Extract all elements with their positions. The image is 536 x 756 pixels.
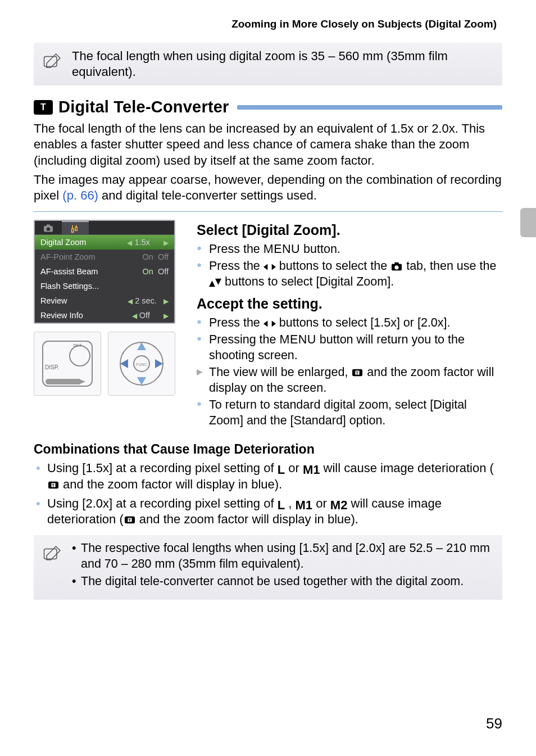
menu-label: AF-assist Beam: [40, 267, 98, 276]
combinations-list: Using [1.5x] at a recording pixel settin…: [34, 460, 502, 527]
menu-row-flash: Flash Settings...: [35, 279, 174, 293]
menu-button-label: MENU: [264, 242, 300, 256]
right-arrow-icon: ▶: [163, 297, 169, 305]
intro-paragraph-1: The focal length of the lens can be incr…: [34, 121, 502, 168]
section-title: Digital Tele-Converter: [58, 98, 229, 116]
camera-back-diagram: DISP. SET: [34, 332, 101, 396]
camera-tab-icon: [390, 261, 403, 271]
pencil-note-icon: [42, 51, 64, 73]
svg-marker-17: [271, 264, 275, 270]
step-1-title: Select [Digital Zoom].: [197, 222, 340, 238]
document-page: Zooming in More Closely on Subjects (Dig…: [0, 0, 536, 756]
menu-value: Off: [139, 311, 150, 320]
menu-tab-camera: [35, 221, 62, 234]
menu-row-digital-zoom: Digital Zoom ◀ 1.5x ▶: [35, 235, 174, 250]
menu-button-label: MENU: [279, 333, 316, 346]
svg-marker-16: [264, 264, 267, 270]
left-column: Digital Zoom ◀ 1.5x ▶ AF-Point Zoom On O…: [34, 220, 182, 434]
section-heading: T Digital Tele-Converter: [34, 98, 502, 116]
text: or: [312, 496, 330, 510]
text: ,: [285, 496, 295, 510]
svg-text:T: T: [356, 370, 359, 375]
dpad-diagram: FUNC.: [108, 332, 175, 396]
note-box: The focal length when using digital zoom…: [34, 43, 502, 85]
text: tab, then use the: [403, 259, 496, 273]
left-arrow-icon: ◀: [127, 239, 132, 247]
text: Press the: [209, 242, 264, 256]
diagram-row: DISP. SET FUNC.: [34, 332, 182, 396]
page-reference-link[interactable]: (p. 66): [62, 188, 98, 202]
step-1-bullets: Press the MENU button. Press the buttons…: [197, 242, 502, 290]
svg-text:FUNC.: FUNC.: [136, 363, 148, 366]
tele-converter-icon: T: [34, 100, 53, 115]
svg-point-5: [70, 346, 90, 366]
svg-rect-0: [44, 57, 57, 67]
svg-marker-13: [120, 359, 128, 368]
note2-list: The respective focal lengths when using …: [64, 541, 494, 592]
note2-item-1: The respective focal lengths when using …: [72, 541, 494, 572]
text: Press the: [209, 259, 264, 273]
svg-point-20: [395, 265, 399, 269]
note-box-2: The respective focal lengths when using …: [34, 535, 502, 600]
menu-value-off: Off: [158, 267, 169, 276]
tele-indicator-icon: T: [124, 515, 136, 525]
right-column: 1 Select [Digital Zoom]. Press the MENU …: [197, 220, 502, 434]
size-M2-icon: M2: [330, 499, 348, 511]
svg-marker-23: [264, 320, 267, 327]
text: and the zoom factor will display in blue…: [60, 477, 282, 491]
menu-row-review: Review ◀ 2 sec. ▶: [35, 293, 174, 308]
menu-value: 2 sec.: [135, 296, 157, 305]
menu-row-reviewinfo: Review Info ◀ Off ▶: [35, 308, 174, 323]
menu-value-off: Off: [158, 252, 169, 261]
text: Press the: [209, 316, 264, 329]
text: or: [285, 461, 303, 475]
note-text: The focal length when using digital zoom…: [64, 48, 494, 80]
step-2-bullet-1: Press the buttons to select [1.5x] or [2…: [197, 315, 502, 331]
text: and the zoom factor will display in blue…: [136, 512, 358, 526]
size-L-icon: L: [278, 464, 285, 476]
size-M1-icon: M1: [295, 499, 312, 511]
page-number: 59: [486, 715, 502, 732]
size-M1-icon: M1: [303, 464, 320, 476]
page-header-title: Zooming in More Closely on Subjects (Dig…: [34, 18, 497, 30]
left-right-arrows-icon: [264, 262, 276, 271]
menu-label: Flash Settings...: [40, 282, 99, 291]
combination-item-2: Using [2.0x] at a recording pixel settin…: [34, 496, 502, 527]
note2-item-2: The digital tele-converter cannot be use…: [72, 574, 494, 590]
menu-tabs: [35, 221, 174, 235]
tele-indicator-icon: T: [351, 368, 364, 378]
text: buttons to select [Digital Zoom].: [221, 275, 394, 288]
menu-label: AF-Point Zoom: [40, 252, 96, 261]
step-2-bullet-3: The view will be enlarged, T and the zoo…: [197, 365, 502, 396]
svg-marker-11: [137, 342, 146, 350]
intro-paragraph-2: The images may appear coarse, however, d…: [34, 172, 502, 203]
right-arrow-icon: ▶: [163, 312, 169, 320]
text: Using [1.5x] at a recording pixel settin…: [47, 461, 278, 475]
combinations-heading: Combinations that Cause Image Deteriorat…: [34, 442, 502, 457]
svg-marker-24: [271, 320, 275, 327]
heading-rule: [237, 105, 502, 110]
step-1-bullet-1: Press the MENU button.: [197, 242, 502, 257]
step-1-bullet-2: Press the buttons to select the tab, the…: [197, 259, 502, 290]
step-2-bullets: Press the buttons to select [1.5x] or [2…: [197, 315, 502, 429]
right-arrow-icon: ▶: [163, 239, 169, 247]
side-tab: [520, 208, 536, 237]
svg-marker-12: [137, 377, 146, 385]
menu-row-afassist: AF-assist Beam On Off: [35, 264, 174, 279]
step-2-title: Accept the setting.: [197, 296, 322, 311]
svg-rect-19: [395, 262, 399, 265]
svg-marker-14: [155, 359, 163, 368]
left-arrow-icon: ◀: [132, 312, 137, 320]
menu-value: 1.5x: [134, 238, 149, 247]
combination-item-1: Using [1.5x] at a recording pixel settin…: [34, 460, 502, 492]
step-2-heading: 2 Accept the setting.: [197, 296, 502, 312]
menu-value-on: On: [143, 267, 153, 276]
menu-label: Digital Zoom: [40, 238, 86, 247]
tele-indicator-icon: T: [47, 480, 60, 490]
text: Using [2.0x] at a recording pixel settin…: [47, 496, 278, 510]
text: will cause image deterioration (: [320, 461, 493, 475]
text: button.: [300, 242, 340, 256]
svg-text:DISP.: DISP.: [45, 364, 59, 370]
svg-rect-2: [47, 225, 50, 227]
intro-p2b: and digital tele-converter settings used…: [98, 188, 317, 202]
